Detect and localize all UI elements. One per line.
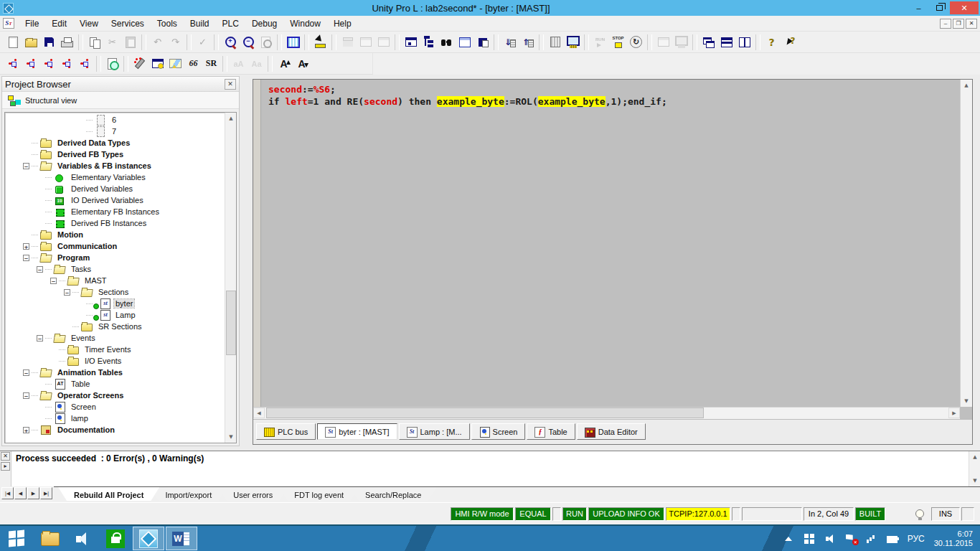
tree-expander[interactable]: − [37,266,43,273]
archive-button[interactable] [374,33,392,51]
restore-button[interactable] [929,1,950,14]
edit-tool-5-button[interactable] [76,55,94,72]
editor-scroll-up-icon[interactable]: ▲ [961,80,972,91]
tree-item-screen[interactable]: Screen [5,401,236,413]
start-button[interactable] [1,527,32,550]
tree-item-derived-variables[interactable]: Derived Variables [5,183,236,194]
tree-item-communication[interactable]: + Communication [5,240,236,252]
animation-mode-button[interactable] [672,33,690,51]
tray-volume-icon[interactable] [824,533,836,545]
output-nav-last[interactable]: ▶| [40,487,52,499]
editor-scroll-right-icon[interactable]: ▶ [948,408,960,418]
editor-scroll-down-icon[interactable]: ▼ [961,395,972,407]
lowercase-button[interactable]: Aa [248,55,265,72]
tree-item-events[interactable]: − Events [5,332,236,344]
zoom-out-button[interactable] [239,33,257,51]
export-button[interactable] [357,33,374,51]
mdi-close-button[interactable]: ✕ [966,19,977,29]
mdi-minimize-button[interactable]: – [940,19,951,29]
tray-show-hidden-icon[interactable] [783,533,794,545]
simulator-button[interactable] [546,33,564,51]
project-browser-close-button[interactable]: ✕ [225,79,236,90]
tree-expander[interactable]: − [23,369,29,376]
tree-expander[interactable]: − [50,278,57,284]
menu-view[interactable]: View [73,17,105,30]
menu-plc[interactable]: PLC [216,17,245,30]
tree-item-table[interactable]: Table [5,378,236,390]
mdi-restore-button[interactable]: ❐ [953,19,964,29]
tree-item-variables-fb-instances[interactable]: − Variables & FB instances [5,160,236,171]
tree-item-mast[interactable]: − MAST [5,275,236,286]
tree-item-timer-events[interactable]: Timer Events [5,344,236,355]
tree-item-lamp-screen[interactable]: lamp [5,413,236,424]
tree-item-animation-tables[interactable]: − Animation Tables [5,367,236,378]
refresh-connection-button[interactable] [627,33,645,51]
editor-tab-data-editor[interactable]: Data Editor [577,423,646,440]
editor-tab-screen[interactable]: Screen [471,423,526,440]
tree-item-io-derived-variables[interactable]: IO Derived Variables [5,194,236,206]
tree-item-motion[interactable]: Motion [5,229,236,240]
output-scrollbar[interactable]: ▲ ▼ [969,451,980,486]
tray-action-center-icon[interactable] [845,533,857,545]
tree-expander[interactable]: + [23,427,29,433]
project-browser-button[interactable] [402,33,420,51]
tree-item-derived-fb-instances[interactable]: Derived FB Instances [5,217,236,229]
tree-item-byter[interactable]: byter [5,298,236,309]
tree-scroll-down-icon[interactable]: ▼ [225,431,237,443]
tree-item-slot-6[interactable]: 6 [5,114,236,126]
goto-button[interactable] [257,33,275,51]
inspect-button[interactable]: 66 [184,55,202,72]
help-button[interactable]: ? [763,33,781,51]
tree-item-elementary-variables[interactable]: Elementary Variables [5,171,236,183]
output-tab-rebuild-all-project[interactable]: Rebuild All Project [58,487,159,501]
import-button[interactable] [339,33,357,51]
editor-tab-lamp[interactable]: Lamp : [M... [399,423,470,440]
tray-network-icon[interactable] [866,533,877,545]
tree-expander[interactable]: − [64,289,70,296]
editor-tab-plc-bus[interactable]: PLC bus [256,423,316,440]
output-nav-prev[interactable]: ◀ [14,487,27,499]
edit-tool-2-button[interactable] [22,55,40,72]
output-close-button[interactable]: ✕ [1,452,10,461]
tree-item-slot-7[interactable]: 7 [5,126,236,137]
tree-item-tasks[interactable]: − Tasks [5,263,236,275]
cut-button[interactable]: ✂ [103,33,121,51]
menu-tools[interactable]: Tools [151,17,184,30]
copy-button[interactable] [85,33,103,51]
operator-screen-button[interactable] [284,33,302,51]
library-button[interactable] [473,33,491,51]
menu-window[interactable]: Window [283,17,327,30]
open-button[interactable] [22,33,40,51]
clock[interactable]: 6:07 30.11.2015 [934,529,973,548]
output-expand-button[interactable]: ▸ [1,462,10,471]
code-area[interactable]: second:=%S6; if left=1 and RE(second) th… [262,80,960,407]
redo-button[interactable]: ↷ [166,33,184,51]
tray-windows-icon[interactable] [804,533,815,545]
tree-expander[interactable]: − [37,335,43,342]
tree-item-sr-sections[interactable]: SR Sections [5,321,236,332]
output-scroll-up-icon[interactable]: ▲ [969,451,980,463]
unity-pro-button[interactable] [133,527,164,550]
output-nav-first[interactable]: |◀ [1,487,14,499]
output-tab-user-errors[interactable]: User errors [217,487,288,501]
edit-tool-1-button[interactable] [4,55,22,72]
editor-tab-table[interactable]: Table [527,423,575,440]
tree-item-documentation[interactable]: + Documentation [5,424,236,435]
font-decrease-button[interactable] [293,55,311,72]
find-in-page-button[interactable] [103,55,121,72]
window-lock-button[interactable] [149,55,166,72]
menu-edit[interactable]: Edit [45,17,73,30]
editor-scroll-left-icon[interactable]: ◀ [253,408,265,418]
output-tab-fdt-log-event[interactable]: FDT log event [278,487,359,501]
tree-item-derived-data-types[interactable]: Derived Data Types [5,137,236,149]
tree-item-sections[interactable]: − Sections [5,286,236,298]
stop-button[interactable] [609,33,627,51]
word-button[interactable] [166,527,197,550]
editor-hscroll-thumb[interactable] [266,408,704,418]
tree-item-lamp-section[interactable]: Lamp [5,309,236,321]
wizard-button[interactable] [131,55,149,72]
font-increase-button[interactable] [275,55,293,72]
connect-pc-button[interactable] [564,33,582,51]
zoom-in-button[interactable] [221,33,239,51]
output-nav-next[interactable]: ▶ [27,487,39,499]
